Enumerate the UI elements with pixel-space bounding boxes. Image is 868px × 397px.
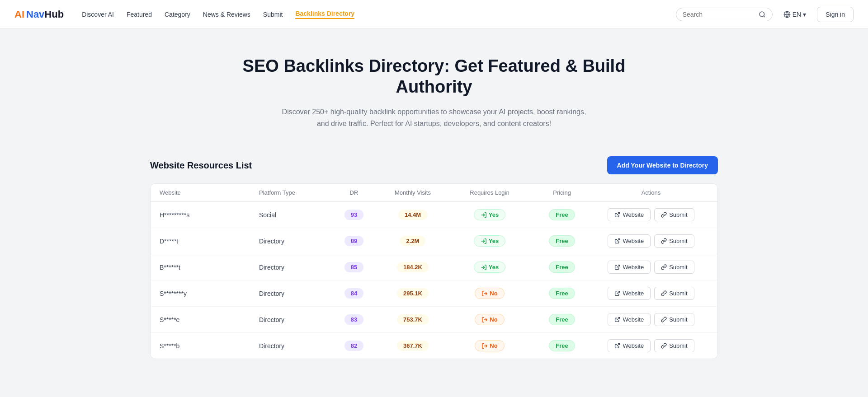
- link-icon: [661, 212, 667, 218]
- external-link-icon: [614, 343, 620, 349]
- login-badge: Yes: [474, 262, 505, 273]
- col-header-platform: Platform Type: [259, 189, 331, 196]
- svg-line-13: [617, 318, 620, 320]
- cell-platform: Directory: [259, 316, 331, 323]
- visits-badge: 367.7K: [397, 341, 429, 351]
- external-link-icon: [614, 290, 620, 296]
- submit-button[interactable]: Submit: [654, 339, 694, 352]
- table-row: D*****t Directory 89 2.2M Yes Free Websi…: [151, 228, 717, 254]
- svg-line-9: [617, 265, 620, 268]
- cell-visits: 295.1K: [377, 288, 449, 299]
- login-badge: No: [475, 340, 504, 351]
- submit-button[interactable]: Submit: [654, 313, 694, 326]
- logo: AI NavHub: [14, 9, 66, 20]
- cell-login: No: [449, 288, 530, 299]
- cell-actions: Website Submit: [594, 287, 708, 300]
- hero-title: SEO Backlinks Directory: Get Featured & …: [231, 56, 637, 97]
- table-row: S*****e Directory 83 753.7K No Free Webs…: [151, 307, 717, 333]
- cell-website: S*****e: [160, 316, 259, 323]
- cell-platform: Directory: [259, 342, 331, 350]
- col-header-website: Website: [160, 189, 259, 196]
- visits-badge: 184.2K: [397, 262, 429, 272]
- svg-line-7: [617, 239, 620, 242]
- pricing-badge: Free: [549, 314, 575, 325]
- add-website-button[interactable]: Add Your Website to Directory: [607, 156, 718, 174]
- website-button[interactable]: Website: [608, 208, 651, 221]
- logo-ai: AI: [14, 9, 24, 20]
- language-selector[interactable]: EN ▾: [780, 8, 810, 21]
- cell-dr: 83: [331, 314, 377, 325]
- nav-right: EN ▾ Sign in: [676, 7, 854, 22]
- submit-button[interactable]: Submit: [654, 234, 694, 248]
- globe-icon: [783, 11, 791, 18]
- pricing-badge: Free: [549, 262, 575, 273]
- cell-dr: 84: [331, 288, 377, 299]
- cell-pricing: Free: [530, 288, 594, 299]
- chevron-down-icon: ▾: [803, 11, 806, 18]
- external-link-icon: [614, 264, 620, 270]
- login-badge: No: [475, 288, 504, 299]
- visits-badge: 2.2M: [400, 236, 426, 246]
- svg-point-0: [760, 12, 764, 17]
- submit-button[interactable]: Submit: [654, 287, 694, 300]
- nav-category[interactable]: Category: [165, 11, 190, 18]
- col-header-pricing: Pricing: [530, 189, 594, 196]
- nav-submit[interactable]: Submit: [263, 11, 283, 18]
- nav-featured[interactable]: Featured: [127, 11, 152, 18]
- website-button[interactable]: Website: [608, 261, 651, 274]
- cell-visits: 753.7K: [377, 314, 449, 325]
- website-button[interactable]: Website: [608, 313, 651, 326]
- link-icon: [661, 290, 667, 296]
- cell-dr: 93: [331, 210, 377, 220]
- svg-line-5: [617, 213, 620, 215]
- main-content: Website Resources List Add Your Website …: [136, 147, 732, 386]
- cell-website: B******t: [160, 264, 259, 271]
- visits-badge: 14.4M: [398, 210, 427, 220]
- link-icon: [661, 264, 667, 270]
- cell-visits: 2.2M: [377, 236, 449, 246]
- dr-badge: 84: [344, 288, 363, 299]
- cell-pricing: Free: [530, 209, 594, 220]
- cell-website: S********y: [160, 290, 259, 297]
- link-icon: [661, 343, 667, 349]
- nav-news-reviews[interactable]: News & Reviews: [203, 11, 250, 18]
- action-btns: Website Submit: [608, 208, 694, 221]
- cell-website: D*****t: [160, 238, 259, 245]
- submit-button[interactable]: Submit: [654, 261, 694, 274]
- nav-backlinks-directory[interactable]: Backlinks Directory: [295, 10, 354, 19]
- search-box[interactable]: [676, 8, 773, 21]
- cell-platform: Directory: [259, 264, 331, 271]
- sign-in-button[interactable]: Sign in: [817, 7, 854, 22]
- link-icon: [661, 238, 667, 244]
- dr-badge: 85: [344, 262, 363, 272]
- submit-button[interactable]: Submit: [654, 208, 694, 221]
- pricing-badge: Free: [549, 209, 575, 220]
- visits-badge: 753.7K: [397, 314, 429, 325]
- col-header-dr: DR: [331, 189, 377, 196]
- table-title: Website Resources List: [150, 160, 252, 171]
- table-col-headers: Website Platform Type DR Monthly Visits …: [151, 184, 717, 202]
- nav-discover-ai[interactable]: Discover AI: [82, 11, 114, 18]
- action-btns: Website Submit: [608, 234, 694, 248]
- action-btns: Website Submit: [608, 261, 694, 274]
- table-row: S********y Directory 84 295.1K No Free W…: [151, 280, 717, 307]
- table-header: Website Resources List Add Your Website …: [150, 156, 718, 174]
- cell-login: Yes: [449, 235, 530, 247]
- hero-section: SEO Backlinks Directory: Get Featured & …: [0, 29, 868, 147]
- website-button[interactable]: Website: [608, 339, 651, 352]
- cell-pricing: Free: [530, 314, 594, 325]
- svg-line-11: [617, 291, 620, 294]
- external-link-icon: [614, 317, 620, 322]
- action-btns: Website Submit: [608, 339, 694, 352]
- cell-visits: 14.4M: [377, 210, 449, 220]
- website-button[interactable]: Website: [608, 234, 651, 248]
- website-button[interactable]: Website: [608, 287, 651, 300]
- table-row: H*********s Social 93 14.4M Yes Free Web…: [151, 202, 717, 228]
- cell-actions: Website Submit: [594, 339, 708, 352]
- data-table: Website Platform Type DR Monthly Visits …: [150, 183, 718, 359]
- cell-visits: 367.7K: [377, 341, 449, 351]
- dr-badge: 93: [344, 210, 363, 220]
- dr-badge: 89: [344, 236, 363, 246]
- search-input[interactable]: [683, 11, 755, 18]
- login-badge: Yes: [474, 235, 505, 247]
